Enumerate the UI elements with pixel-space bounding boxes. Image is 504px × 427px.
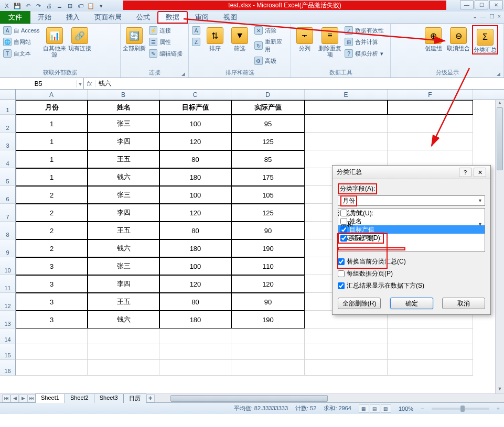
cell[interactable] [305, 360, 388, 376]
cell[interactable] [159, 344, 231, 360]
cancel-button[interactable]: 取消 [442, 298, 485, 309]
row-header[interactable]: 9 [0, 239, 16, 257]
cell[interactable]: 3 [16, 275, 88, 293]
cell[interactable]: 85 [231, 150, 305, 168]
doc-restore-icon[interactable]: ☐ [489, 13, 495, 20]
group-button[interactable]: ⊕创建组 [422, 25, 445, 51]
cell[interactable]: 95 [231, 115, 305, 133]
replace-checkbox[interactable]: 替换当前分类汇总(C) [338, 257, 485, 266]
ribbon-tab-审阅[interactable]: 审阅 [188, 11, 216, 24]
cell[interactable] [388, 360, 473, 376]
cell[interactable] [305, 133, 388, 150]
cell[interactable] [16, 344, 88, 360]
ribbon-tab-插入[interactable]: 插入 [59, 11, 87, 24]
qat-button-9[interactable]: ▾ [96, 1, 106, 10]
sheet-nav-next[interactable]: ▶ [19, 395, 27, 402]
from-access-button[interactable]: A自 Access [2, 25, 41, 36]
row-header[interactable]: 14 [0, 329, 16, 344]
col-header-E[interactable]: E [305, 90, 388, 100]
ribbon-tab-数据[interactable]: 数据 [157, 11, 188, 24]
reapply-button[interactable]: ↻重新应用 [253, 37, 288, 54]
cell[interactable]: 李四 [88, 133, 159, 150]
cell[interactable] [305, 100, 388, 115]
cell[interactable]: 张三 [88, 186, 159, 204]
dialog-close-button[interactable]: ✕ [474, 168, 486, 177]
cell[interactable]: 110 [231, 257, 305, 275]
cell[interactable]: 2 [16, 186, 88, 204]
vertical-scrollbar[interactable]: ▲ ▼ [495, 100, 504, 393]
ungroup-button[interactable]: ⊖取消组合 [447, 25, 470, 51]
field-select[interactable]: 月份▼ [338, 195, 485, 206]
cell[interactable]: 180 [159, 239, 231, 257]
doc-minimize-icon[interactable]: — [480, 13, 486, 20]
cell[interactable] [88, 329, 159, 344]
col-header-B[interactable]: B [88, 90, 159, 100]
formula-input[interactable] [95, 80, 504, 87]
zoom-in-icon[interactable]: + [497, 406, 500, 412]
row-header[interactable]: 10 [0, 257, 16, 275]
cell[interactable]: 3 [16, 257, 88, 275]
cell[interactable]: 80 [159, 293, 231, 311]
name-box[interactable]: ▾ [0, 78, 84, 89]
filter-button[interactable]: ▼筛选 [228, 25, 251, 51]
qat-button-6[interactable]: ⊞ [65, 1, 74, 10]
checklist-checkbox[interactable] [340, 235, 347, 242]
zoom-knob[interactable] [460, 406, 465, 412]
from-web-button[interactable]: 🌐自网站 [2, 37, 41, 47]
sort-button[interactable]: ⇅排序 [203, 25, 226, 51]
name-box-dropdown-icon[interactable]: ▾ [77, 80, 83, 87]
row-header[interactable]: 13 [0, 311, 16, 329]
cell[interactable]: 120 [159, 275, 231, 293]
sheet-tab-日历[interactable]: 日历 [123, 393, 146, 403]
cell[interactable]: 1 [16, 150, 88, 168]
checklist-checkbox[interactable] [340, 210, 347, 216]
sort-az-button[interactable]: A [191, 25, 201, 36]
cell[interactable] [231, 360, 305, 376]
cell[interactable]: 80 [159, 150, 231, 168]
sheet-nav-prev[interactable]: ◀ [10, 395, 19, 402]
cell[interactable]: 80 [159, 222, 231, 239]
cell[interactable]: 3 [16, 311, 88, 329]
doc-close-icon[interactable]: × [498, 13, 501, 20]
cell[interactable]: 100 [159, 115, 231, 133]
cell[interactable] [388, 329, 473, 344]
subtotal-button[interactable]: Σ分类汇总 [474, 27, 497, 53]
col-header-C[interactable]: C [159, 90, 231, 100]
sheet-tab-Sheet3[interactable]: Sheet3 [94, 393, 124, 403]
qat-button-0[interactable]: X [2, 1, 12, 10]
connections-button[interactable]: ⚡连接 [148, 25, 184, 36]
row-header[interactable]: 12 [0, 293, 16, 311]
checklist-item[interactable]: 实际产值 [338, 234, 485, 242]
clear-filter-button[interactable]: ✕清除 [253, 25, 288, 36]
consolidate-button[interactable]: ⊞合并计算 [344, 37, 385, 47]
existing-connections-button[interactable]: 🔗现有连接 [68, 25, 91, 51]
scroll-up-icon[interactable]: ▲ [496, 100, 504, 107]
advanced-filter-button[interactable]: ⚙高级 [253, 56, 288, 66]
cell[interactable]: 张三 [88, 115, 159, 133]
cell[interactable]: 李四 [88, 275, 159, 293]
replace-chk-input[interactable] [338, 258, 345, 265]
sheet-tab-Sheet2[interactable]: Sheet2 [65, 393, 94, 403]
qat-button-3[interactable]: ↷ [34, 1, 43, 10]
cell[interactable] [159, 360, 231, 376]
col-header-F[interactable]: F [388, 90, 473, 100]
cell[interactable]: 100 [159, 186, 231, 204]
from-other-button[interactable]: 📊自其他来源 [43, 25, 66, 58]
whatif-button[interactable]: ?模拟分析 ▾ [344, 48, 385, 59]
checklist-item[interactable]: 姓名 [338, 217, 485, 225]
page-chk-input[interactable] [338, 270, 345, 277]
normal-view-icon[interactable]: ▦ [359, 404, 369, 413]
dialog-launcher-icon[interactable]: ◢ [181, 71, 185, 76]
items-checklist-full[interactable]: 月份姓名目标产值实际产值 [338, 208, 485, 252]
row-header[interactable]: 3 [0, 133, 16, 150]
col-header-A[interactable]: A [16, 90, 88, 100]
cell[interactable]: 3 [16, 293, 88, 311]
cell[interactable]: 钱六 [88, 168, 159, 186]
cell[interactable] [388, 115, 473, 133]
cell[interactable]: 190 [231, 311, 305, 329]
cell[interactable]: 180 [159, 311, 231, 329]
qat-button-7[interactable]: 🏷 [76, 1, 85, 10]
cell[interactable] [16, 329, 88, 344]
dialog-titlebar[interactable]: 分类汇总 ? ✕ [333, 166, 490, 179]
row-header[interactable]: 8 [0, 222, 16, 239]
